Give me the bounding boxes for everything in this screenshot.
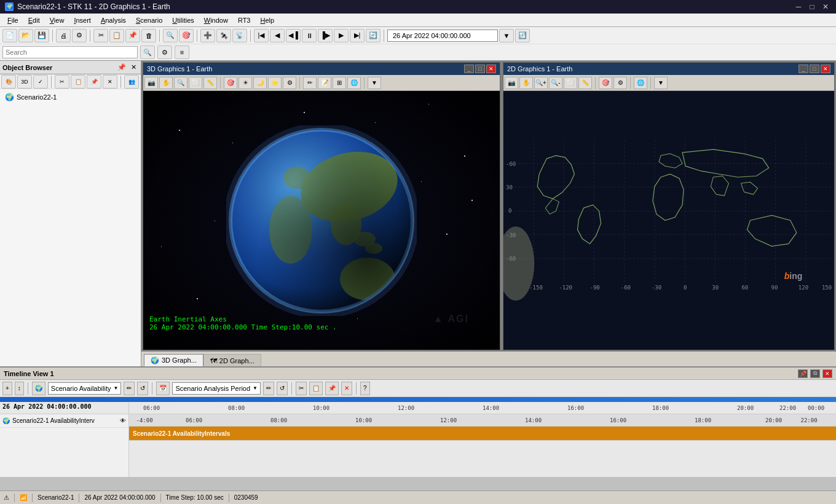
end-button[interactable]: ▶|	[350, 29, 365, 42]
menu-rt3[interactable]: RT3	[233, 15, 256, 25]
3d-more-btn[interactable]: ▼	[368, 77, 381, 89]
menu-window[interactable]: Window	[199, 15, 233, 25]
scenario-tree-item[interactable]: 🌍 Scenario22-1	[2, 92, 138, 103]
panel-close-button[interactable]: ✕	[129, 63, 138, 71]
menu-analysis[interactable]: Analysis	[96, 15, 131, 25]
2d-zoomout-btn[interactable]: 🔍-	[549, 77, 562, 89]
pause-button[interactable]: ⏸	[302, 29, 317, 42]
2d-snapshot-btn[interactable]: 📷	[505, 77, 518, 89]
3d-draw-btn[interactable]: ✏	[303, 77, 317, 89]
2d-pan-btn[interactable]: ✋	[519, 77, 533, 89]
menu-insert[interactable]: Insert	[69, 15, 96, 25]
target-button[interactable]: 🎯	[179, 29, 194, 42]
open-button[interactable]: 📂	[18, 29, 33, 42]
panel-2d-close[interactable]: ✕	[821, 65, 830, 73]
menu-scenario[interactable]: Scenario	[131, 15, 167, 25]
loop-button[interactable]: 🔄	[366, 29, 381, 42]
2d-measure-btn[interactable]: 📏	[578, 77, 592, 89]
obj-color-button[interactable]: 🎨	[1, 75, 16, 89]
satellite-button[interactable]: 🛰	[216, 29, 231, 42]
timeline-pin-button[interactable]: 📌	[798, 369, 808, 378]
sensor-button[interactable]: 📡	[232, 29, 247, 42]
tl-row-eye-icon[interactable]: 👁	[120, 417, 126, 424]
panel-3d-minimize[interactable]: _	[464, 65, 474, 73]
2d-zoomin-btn[interactable]: 🔍+	[534, 77, 548, 89]
print-button[interactable]: 🖨	[56, 29, 71, 42]
tl-copy-btn[interactable]: 📋	[309, 382, 323, 395]
begin-button[interactable]: |◀	[254, 29, 269, 42]
3d-moon-btn[interactable]: 🌙	[253, 77, 267, 89]
search-extra-button[interactable]: ≡	[175, 45, 189, 59]
tl-dropdown-2[interactable]: Scenario Analysis Period ▼	[172, 382, 261, 395]
3d-settings-btn[interactable]: ⚙	[283, 77, 296, 89]
close-button[interactable]: ✕	[820, 2, 831, 12]
search-button[interactable]: 🔍	[140, 45, 155, 59]
save-button[interactable]: 💾	[34, 29, 49, 42]
step-forward-button[interactable]: ▶	[334, 29, 349, 42]
obj-delete-button[interactable]: ✕	[103, 75, 117, 89]
timeline-float-button[interactable]: ⧉	[810, 369, 820, 378]
tl-period-icon[interactable]: 📅	[156, 382, 170, 395]
tl-paste-btn[interactable]: 📌	[325, 382, 339, 395]
3d-pan-btn[interactable]: ✋	[159, 77, 173, 89]
tl-arrow-btn[interactable]: ↕	[15, 382, 24, 395]
3d-sun-btn[interactable]: ☀	[239, 77, 252, 89]
3d-zoom-btn[interactable]: 🔍	[174, 77, 187, 89]
tl-period-edit-btn[interactable]: ✏	[263, 382, 274, 395]
panel-3d-maximize[interactable]: □	[475, 65, 485, 73]
minimize-button[interactable]: ─	[793, 2, 804, 12]
search-options-button[interactable]: ⚙	[157, 45, 172, 59]
step-back-button[interactable]: ◀	[270, 29, 285, 42]
time-display[interactable]: 26 Apr 2022 04:00:00.000	[387, 30, 498, 42]
2d-grid-btn[interactable]: ⬜	[564, 77, 577, 89]
menu-view[interactable]: View	[45, 15, 69, 25]
2d-more-btn[interactable]: ▼	[654, 77, 668, 89]
cut-button[interactable]: ✂	[93, 29, 108, 42]
tl-refresh-btn[interactable]: ↺	[137, 382, 148, 395]
3d-globe-btn[interactable]: 🌐	[347, 77, 361, 89]
panel-3d-close[interactable]: ✕	[486, 65, 496, 73]
timeline-close-button[interactable]: ✕	[822, 369, 832, 378]
tl-scenario-icon[interactable]: 🌍	[32, 382, 45, 395]
obj-check-button[interactable]: ✓	[33, 75, 48, 89]
obj-3d-button[interactable]: 3D	[17, 75, 32, 89]
tl-help-btn[interactable]: ?	[360, 382, 370, 395]
menu-utilities[interactable]: Utilities	[167, 15, 199, 25]
insert-object-button[interactable]: ➕	[200, 29, 215, 42]
play-back-button[interactable]: ◀▐	[286, 29, 301, 42]
3d-snapshot-btn[interactable]: 📷	[144, 77, 158, 89]
menu-file[interactable]: File	[2, 15, 23, 25]
menu-help[interactable]: Help	[256, 15, 280, 25]
search-input[interactable]	[6, 49, 135, 56]
2d-settings-btn[interactable]: ⚙	[613, 77, 627, 89]
3d-star-btn[interactable]: ⭐	[268, 77, 282, 89]
new-button[interactable]: 📄	[2, 29, 17, 42]
obj-copy-button[interactable]: 📋	[71, 75, 85, 89]
properties-button[interactable]: ⚙	[72, 29, 87, 42]
3d-target-btn[interactable]: 🎯	[224, 77, 237, 89]
copy-button[interactable]: 📋	[109, 29, 124, 42]
2d-target-btn[interactable]: 🎯	[599, 77, 612, 89]
tl-delete-btn[interactable]: ✕	[341, 382, 352, 395]
tl-add-btn[interactable]: +	[2, 382, 12, 395]
obj-people-button[interactable]: 👥	[124, 75, 139, 89]
3d-measure-btn[interactable]: 📏	[203, 77, 217, 89]
panel-2d-minimize[interactable]: _	[799, 65, 808, 73]
tab-2d[interactable]: 🗺 2D Graph...	[203, 354, 261, 366]
tl-cut-btn[interactable]: ✂	[296, 382, 307, 395]
zoom-button[interactable]: 🔍	[163, 29, 178, 42]
tl-dropdown-1[interactable]: Scenario Availability ▼	[48, 382, 122, 395]
3d-select-btn[interactable]: ⬜	[189, 77, 202, 89]
tl-edit-btn[interactable]: ✏	[124, 382, 135, 395]
menu-edit[interactable]: Edit	[23, 15, 45, 25]
maximize-button[interactable]: □	[806, 2, 818, 12]
obj-paste-button[interactable]: 📌	[87, 75, 101, 89]
panel-2d-maximize[interactable]: □	[810, 65, 819, 73]
panel-pin-button[interactable]: 📌	[116, 63, 128, 71]
refresh-button[interactable]: 🔃	[515, 29, 530, 42]
delete-button[interactable]: 🗑	[141, 29, 156, 42]
3d-annotate-btn[interactable]: 📝	[318, 77, 331, 89]
time-dropdown-btn[interactable]: ▼	[499, 29, 514, 42]
paste-button[interactable]: 📌	[125, 29, 140, 42]
tl-period-refresh-btn[interactable]: ↺	[277, 382, 288, 395]
